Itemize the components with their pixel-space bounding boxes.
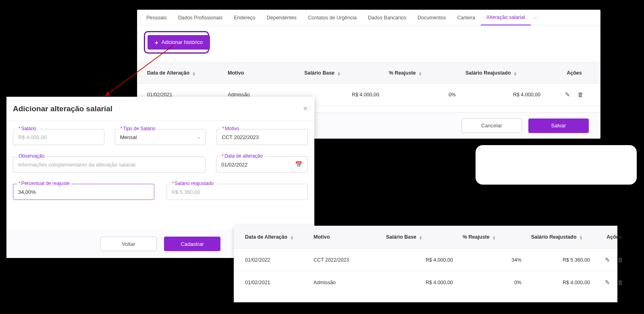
cell-base: R$ 4.000,00 xyxy=(304,92,389,98)
col-reajustado[interactable]: Salário Reajustado▲▼ xyxy=(531,234,600,240)
cell-reajuste: 0% xyxy=(389,92,465,98)
label-salario: *Salário xyxy=(17,126,38,131)
cell-data: 01/02/2022 xyxy=(245,257,314,263)
plus-icon: + xyxy=(155,40,158,46)
tab-documentos[interactable]: Documentos xyxy=(412,10,451,25)
label-reajustado: *Salário reajustado xyxy=(170,181,215,186)
tab-bar: Pessoais Dados Profissionais Endereço De… xyxy=(137,10,600,25)
sort-icon: ▲▼ xyxy=(419,235,423,239)
close-icon[interactable]: ✕ xyxy=(303,105,308,112)
sort-icon: ▲▼ xyxy=(492,235,496,239)
input-percentual[interactable]: 34,00% xyxy=(13,184,154,200)
register-button[interactable]: Cadastrar xyxy=(164,237,220,251)
table3-header: Data de Alteração▲▼ Motivo Salário Base▲… xyxy=(234,226,617,248)
tab-pessoais[interactable]: Pessoais xyxy=(141,10,172,25)
chevron-down-icon: ⌄ xyxy=(197,134,201,140)
col-acoes: Ações xyxy=(600,234,629,240)
delete-icon[interactable]: 🗑 xyxy=(578,91,584,98)
tab-alteracao-salarial[interactable]: Alteração salarial xyxy=(481,10,531,25)
cell-base: R$ 4.000,00 xyxy=(386,257,463,263)
edit-icon[interactable]: ✎ xyxy=(605,279,610,286)
cell-motivo: Admissão xyxy=(314,280,386,285)
col-reajuste[interactable]: % Reajuste▲▼ xyxy=(463,234,531,240)
sort-icon: ▲▼ xyxy=(418,71,422,75)
tab-more-icon[interactable]: ··· xyxy=(531,15,540,21)
back-button[interactable]: Voltar xyxy=(100,237,157,251)
cancel-button[interactable]: Cancelar xyxy=(461,119,522,133)
tooltip-box xyxy=(476,145,637,185)
tab-endereco[interactable]: Endereço xyxy=(228,10,261,25)
col-base[interactable]: Salário Base▲▼ xyxy=(386,234,463,240)
delete-icon[interactable]: 🗑 xyxy=(617,279,623,286)
edit-icon[interactable]: ✎ xyxy=(565,91,570,98)
field-tipo: *Tipo de Salário Mensal ⌄ xyxy=(115,129,206,145)
tab-carteira[interactable]: Carteira xyxy=(451,10,480,25)
cell-actions: ✎ 🗑 xyxy=(600,279,629,286)
cell-reajuste: 34% xyxy=(463,257,531,263)
save-button[interactable]: Salvar xyxy=(528,119,589,133)
sort-icon: ▲▼ xyxy=(192,71,196,75)
input-data[interactable]: 01/02/2022 📅 xyxy=(216,156,308,173)
field-reajustado: *Salário reajustado R$ 5.360,00 xyxy=(166,184,308,200)
cell-data: 01/02/2021 xyxy=(245,280,314,285)
cell-actions: ✎ 🗑 xyxy=(550,91,598,98)
input-reajustado[interactable]: R$ 5.360,00 xyxy=(166,184,308,200)
tab-contatos-urgencia[interactable]: Contatos de Urgência xyxy=(302,10,362,25)
sort-icon: ▲▼ xyxy=(290,235,294,239)
delete-icon[interactable]: 🗑 xyxy=(617,256,623,264)
select-tipo[interactable]: Mensal ⌄ xyxy=(115,129,206,145)
tab-dependentes[interactable]: Dependentes xyxy=(261,10,302,25)
field-observacao: Observação Informações complementares da… xyxy=(13,156,206,173)
modal-header: Adicionar alteração salarial ✕ xyxy=(6,97,314,121)
sort-icon: ▲▼ xyxy=(513,71,517,75)
col-data[interactable]: Data de Alteração▲▼ xyxy=(245,234,314,240)
label-observacao: Observação xyxy=(17,153,46,159)
col-acoes: Ações xyxy=(550,70,598,76)
label-data: *Data de alteração xyxy=(220,153,264,159)
sort-icon: ▲▼ xyxy=(579,235,583,239)
field-salario: *Salário R$ 4.000,00 xyxy=(13,129,104,145)
label-tipo: *Tipo de Salário xyxy=(119,126,157,131)
input-salario[interactable]: R$ 4.000,00 xyxy=(13,129,104,145)
col-base[interactable]: Salário Base▲▼ xyxy=(304,70,389,76)
cell-actions: ✎ 🗑 xyxy=(600,256,629,264)
edit-icon[interactable]: ✎ xyxy=(605,256,610,264)
field-motivo: *Motivo CCT 2022/2023 xyxy=(216,129,308,145)
col-motivo: Motivo xyxy=(228,70,304,76)
label-motivo: *Motivo xyxy=(220,126,241,131)
add-history-label: Adicionar histórico xyxy=(162,40,203,45)
calendar-icon: 📅 xyxy=(295,161,303,168)
col-reajuste[interactable]: % Reajuste▲▼ xyxy=(389,70,465,76)
table3-row: 01/02/2022 CCT 2022/2023 R$ 4.000,00 34%… xyxy=(234,248,617,271)
result-panel: Data de Alteração▲▼ Motivo Salário Base▲… xyxy=(234,226,617,302)
modal-body: *Salário R$ 4.000,00 *Tipo de Salário Me… xyxy=(6,121,314,200)
tab-dados-profissionais[interactable]: Dados Profissionais xyxy=(172,10,228,25)
field-data: *Data de alteração 01/02/2022 📅 xyxy=(216,156,308,173)
input-observacao[interactable]: Informações complementares da alteração … xyxy=(13,156,206,173)
col-reajustado[interactable]: Salário Reajustado▲▼ xyxy=(465,70,550,76)
col-data[interactable]: Data de Alteração▲▼ xyxy=(147,70,228,76)
cell-motivo: CCT 2022/2023 xyxy=(314,257,386,263)
cell-base: R$ 4.000,00 xyxy=(386,280,463,285)
field-percentual: *Percentual de reajuste 34,00% xyxy=(13,184,154,200)
input-motivo[interactable]: CCT 2022/2023 xyxy=(216,129,308,145)
cell-reajuste: 0% xyxy=(463,280,531,285)
table3-row: 01/02/2021 Admissão R$ 4.000,00 0% R$ 4.… xyxy=(234,271,617,293)
add-history-button[interactable]: + Adicionar histórico xyxy=(147,35,210,50)
label-percentual: *Percentual de reajuste xyxy=(17,181,71,186)
cell-reajustado: R$ 4.000,00 xyxy=(465,92,550,98)
cell-reajustado: R$ 5.360,00 xyxy=(531,257,600,263)
table1-header: Data de Alteração▲▼ Motivo Salário Base▲… xyxy=(137,62,600,83)
col-motivo: Motivo xyxy=(314,234,386,240)
tab-dados-bancarios[interactable]: Dados Bancários xyxy=(362,10,412,25)
cell-reajustado: R$ 4.000,00 xyxy=(531,280,600,285)
sort-icon: ▲▼ xyxy=(337,71,341,75)
modal-title: Adicionar alteração salarial xyxy=(13,104,112,113)
